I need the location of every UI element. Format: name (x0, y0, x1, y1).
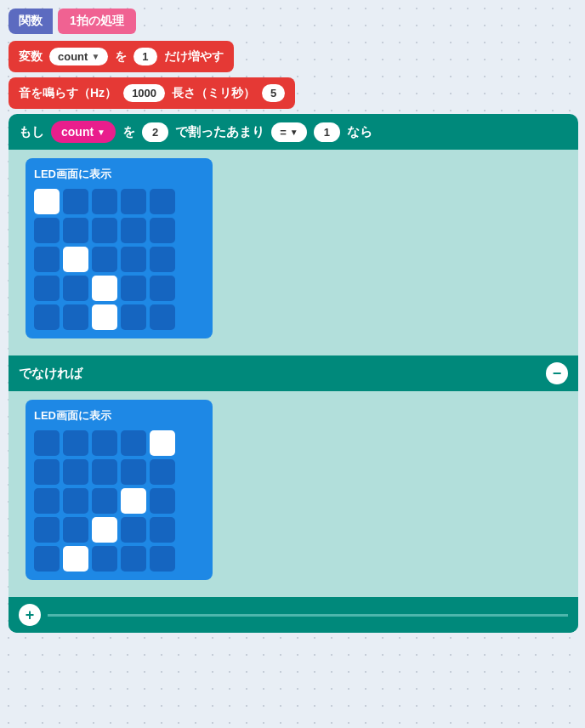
led2-cell-0-4[interactable] (150, 430, 175, 456)
led2-cell-1-2[interactable] (92, 459, 117, 485)
led2-cell-0-2[interactable] (92, 430, 117, 456)
if-header: もし count ▼ を 2 で割ったあまり = ▼ 1 (9, 114, 578, 150)
led1-cell-1-0[interactable] (34, 218, 60, 243)
led2-cell-0-3[interactable] (121, 430, 146, 456)
footer-line (48, 614, 568, 617)
hz-value[interactable]: 1000 (123, 84, 165, 102)
led-title-1: LED画面に表示 (34, 167, 204, 182)
remove-else-button[interactable]: − (546, 362, 568, 384)
led2-cell-2-4[interactable] (150, 488, 175, 514)
increment-value[interactable]: 1 (133, 48, 156, 65)
dake-label: だけ増やす (164, 49, 224, 65)
led2-cell-3-0[interactable] (34, 517, 60, 543)
sound-label: 音を鳴らす（Hz） (19, 86, 116, 101)
led2-cell-2-0[interactable] (34, 488, 60, 514)
operator-text: = (280, 126, 287, 139)
ms-value[interactable]: 5 (262, 84, 285, 102)
led2-cell-2-2[interactable] (92, 488, 117, 514)
remainder-label: で割ったあまり (175, 124, 264, 140)
led-display-block-1: LED画面に表示 (26, 158, 213, 338)
led1-cell-2-3[interactable] (121, 247, 146, 272)
led1-cell-1-3[interactable] (121, 218, 146, 243)
operator-pill[interactable]: = ▼ (271, 122, 307, 142)
ms-text: 5 (270, 87, 276, 100)
compare-text: 1 (324, 126, 330, 139)
nara-label: なら (347, 124, 372, 140)
led1-cell-0-0[interactable] (34, 189, 60, 214)
if-body: LED画面に表示 (9, 150, 578, 355)
led2-cell-4-0[interactable] (34, 546, 60, 572)
divisor-text: 2 (152, 126, 158, 139)
else-keyword: でなければ (19, 366, 82, 382)
led1-cell-3-4[interactable] (150, 276, 175, 301)
led1-cell-2-1[interactable] (63, 247, 88, 272)
led1-cell-4-0[interactable] (34, 304, 60, 330)
sound-block: 音を鳴らす（Hz） 1000 長さ（ミリ秒） 5 (9, 77, 295, 109)
led1-cell-3-3[interactable] (121, 276, 146, 301)
variable-pill[interactable]: count ▼ (49, 48, 108, 65)
else-body: LED画面に表示 (9, 391, 578, 597)
led2-cell-3-3[interactable] (121, 517, 146, 543)
hz-text: 1000 (132, 87, 156, 100)
led1-cell-1-2[interactable] (92, 218, 117, 243)
led2-cell-1-1[interactable] (63, 459, 88, 485)
led2-cell-3-2[interactable] (92, 517, 117, 543)
function-name[interactable]: 1拍の処理 (58, 9, 136, 34)
led1-cell-3-2[interactable] (92, 276, 117, 301)
led1-cell-4-1[interactable] (63, 304, 88, 330)
led2-cell-1-0[interactable] (34, 459, 60, 485)
wo-label: を (115, 49, 127, 65)
led1-cell-2-2[interactable] (92, 247, 117, 272)
if-keyword: もし (19, 124, 44, 140)
wo-text2: を (122, 124, 135, 140)
led1-cell-0-3[interactable] (121, 189, 146, 214)
led1-cell-1-4[interactable] (150, 218, 175, 243)
variable-name: count (58, 50, 88, 63)
led1-cell-3-1[interactable] (63, 276, 88, 301)
led1-cell-0-4[interactable] (150, 189, 175, 214)
led-grid-2 (34, 430, 204, 572)
led1-cell-4-3[interactable] (121, 304, 146, 330)
led2-cell-1-4[interactable] (150, 459, 175, 485)
if-else-block: もし count ▼ を 2 で割ったあまり = ▼ 1 (9, 114, 578, 633)
led2-cell-0-1[interactable] (63, 430, 88, 456)
led1-cell-0-1[interactable] (63, 189, 88, 214)
led-grid-1 (34, 189, 204, 330)
led-display-block-2: LED画面に表示 (26, 400, 213, 580)
count-var-name: count (61, 125, 94, 139)
led2-cell-1-3[interactable] (121, 459, 146, 485)
led2-cell-3-4[interactable] (150, 517, 175, 543)
led1-cell-3-0[interactable] (34, 276, 60, 301)
length-label: 長さ（ミリ秒） (172, 86, 255, 101)
led-title-2: LED画面に表示 (34, 408, 204, 424)
function-keyword: 関数 (9, 9, 53, 34)
led1-cell-2-4[interactable] (150, 247, 175, 272)
led2-cell-0-0[interactable] (34, 430, 60, 456)
led2-cell-3-1[interactable] (63, 517, 88, 543)
function-block: 関数 1拍の処理 (9, 9, 578, 34)
operator-arrow: ▼ (290, 128, 298, 137)
led2-cell-4-2[interactable] (92, 546, 117, 572)
led2-cell-4-4[interactable] (150, 546, 175, 572)
led2-cell-2-3[interactable] (121, 488, 146, 514)
if-footer: + (9, 597, 578, 633)
led1-cell-4-4[interactable] (150, 304, 175, 330)
add-branch-button[interactable]: + (19, 604, 41, 626)
led1-cell-1-1[interactable] (63, 218, 88, 243)
led1-cell-0-2[interactable] (92, 189, 117, 214)
led2-cell-4-1[interactable] (63, 546, 88, 572)
compare-value[interactable]: 1 (314, 122, 340, 142)
led2-cell-4-3[interactable] (121, 546, 146, 572)
else-header: でなければ − (9, 355, 578, 391)
divisor-value[interactable]: 2 (142, 122, 168, 142)
count-variable-pill[interactable]: count ▼ (51, 121, 116, 143)
count-dropdown-arrow: ▼ (97, 128, 105, 137)
dropdown-arrow: ▼ (91, 52, 99, 61)
led1-cell-4-2[interactable] (92, 304, 117, 330)
variable-keyword: 変数 (19, 49, 43, 65)
increase-variable-block: 変数 count ▼ を 1 だけ増やす (9, 41, 234, 72)
led1-cell-2-0[interactable] (34, 247, 60, 272)
value-text: 1 (142, 50, 148, 63)
led2-cell-2-1[interactable] (63, 488, 88, 514)
